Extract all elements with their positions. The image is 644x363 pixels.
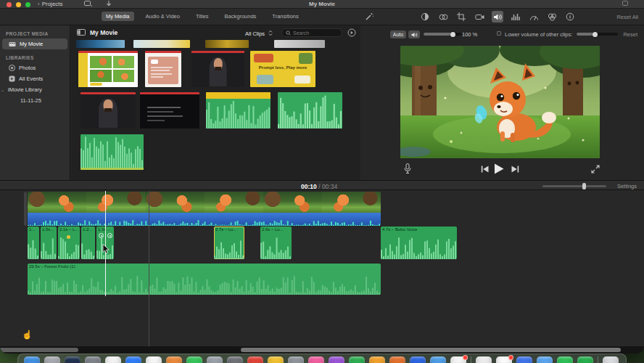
window-options-icon[interactable] [622, 1, 629, 7]
video-track-filmstrip[interactable] [28, 192, 381, 213]
timeline-zoom-slider[interactable] [542, 185, 606, 187]
tab-titles[interactable]: Titles [191, 12, 213, 21]
dock-app-icon-26[interactable] [516, 356, 532, 363]
media-thumbnail-foxpage[interactable] [78, 51, 138, 87]
next-frame-icon[interactable] [511, 166, 519, 173]
previous-frame-icon[interactable] [481, 166, 489, 173]
minimize-window-button[interactable] [16, 2, 21, 7]
audio-clip[interactable]: 1.5s... [41, 227, 57, 259]
media-thumbnail-wave2[interactable] [80, 134, 144, 170]
audio-clip[interactable]: 2.7s – Lu... [214, 227, 244, 259]
dock-app-icon-31[interactable] [603, 356, 619, 363]
color-balance-icon[interactable] [419, 11, 431, 23]
sidebar-item-photos[interactable]: Photos [2, 62, 67, 73]
fullscreen-icon[interactable] [591, 165, 600, 174]
info-icon[interactable] [564, 11, 576, 23]
media-thumbnail-promo[interactable]: Prompt less, Play more [250, 51, 315, 87]
volume-slider[interactable] [424, 33, 461, 36]
volume-slider-knob[interactable] [450, 32, 455, 37]
dock-app-icon-27[interactable] [537, 356, 553, 363]
dock-app-icon-6[interactable] [125, 356, 141, 363]
dock-app-icon-16[interactable] [329, 356, 344, 363]
audio-clip[interactable]: 1.2... [81, 227, 95, 259]
mute-button[interactable] [408, 30, 420, 38]
media-thumbnail-terminal[interactable] [140, 92, 199, 129]
close-window-button[interactable] [7, 2, 12, 7]
media-thumbnail-wave-gold[interactable] [206, 92, 271, 129]
dock-app-icon-2[interactable] [44, 356, 60, 363]
media-thumbnail-note[interactable] [145, 51, 181, 87]
lower-volume-slider-knob[interactable] [593, 32, 598, 37]
timeline-settings-button[interactable]: Settings [617, 183, 637, 189]
auto-volume-button[interactable]: Auto [390, 30, 406, 38]
sidebar-toggle-icon[interactable] [77, 29, 86, 36]
dock-app-icon-11[interactable] [227, 356, 243, 363]
clip-filter-dropdown[interactable]: All Clips [245, 30, 273, 37]
dock-app-icon-24[interactable] [476, 356, 492, 363]
sidebar-item-event-date[interactable]: 11-11-25 [0, 95, 70, 105]
search-input[interactable]: Search [281, 28, 342, 37]
media-thumbnail-webcam[interactable] [191, 51, 244, 87]
audio-clip[interactable]: 2.6s – Lu... [260, 227, 292, 259]
sidebar-item-my-movie[interactable]: My Movie [2, 38, 67, 49]
dock-app-icon-4[interactable] [85, 356, 101, 363]
timeline-zoom-knob[interactable] [582, 183, 586, 189]
dock-app-icon-1[interactable] [24, 356, 40, 363]
dock-app-icon-28[interactable] [557, 356, 573, 363]
dock-app-icon-22[interactable] [450, 356, 466, 363]
dock-app-icon-29[interactable] [577, 356, 593, 363]
volume-icon[interactable] [492, 11, 503, 23]
audio-clip[interactable]: 4.7s – Bobo Voice [381, 227, 457, 259]
media-thumbnail-wave[interactable] [278, 92, 342, 129]
scrollbar-thumb[interactable] [241, 348, 621, 352]
dock-app-icon-5[interactable] [105, 356, 121, 363]
crop-icon[interactable] [455, 11, 467, 23]
tab-transitions[interactable]: Transitions [268, 12, 302, 21]
noise-reduction-icon[interactable] [510, 11, 521, 23]
speed-icon[interactable] [528, 11, 540, 23]
volume-reset-button[interactable]: Reset [623, 31, 637, 38]
sidebar-item-imovie-library[interactable]: ⌄ iMovie Library [2, 84, 67, 95]
download-arrow-icon[interactable] [106, 1, 112, 7]
dock-app-icon-3[interactable] [65, 356, 80, 363]
dock-app-icon-12[interactable] [247, 356, 263, 363]
media-thumbnail-webcam[interactable] [80, 92, 136, 129]
dock-app-icon-7[interactable] [146, 356, 162, 363]
play-button-icon[interactable] [494, 163, 504, 174]
dock-app-icon-13[interactable] [268, 356, 284, 363]
zoom-window-button[interactable] [25, 2, 30, 7]
media-thumbnail-strip-gold[interactable] [205, 40, 249, 48]
continuous-playback-icon[interactable] [347, 28, 356, 37]
dock-app-icon-18[interactable] [369, 356, 385, 363]
audio-clip[interactable]: 2.1s – L... [58, 227, 80, 259]
tab-backgrounds[interactable]: Backgrounds [220, 12, 261, 21]
clip-filter-icon[interactable] [546, 11, 558, 23]
dock-app-icon-10[interactable] [207, 356, 223, 363]
dock-app-icon-21[interactable] [430, 356, 446, 363]
media-thumbnail-strip-blue[interactable] [76, 40, 125, 48]
dock-app-icon-25[interactable] [496, 356, 512, 363]
dock-app-icon-17[interactable] [349, 356, 365, 363]
import-media-icon[interactable] [84, 1, 92, 7]
enhance-magic-wand-icon[interactable] [364, 12, 374, 22]
dock-app-icon-8[interactable] [166, 356, 182, 363]
dock-app-icon-9[interactable] [186, 356, 202, 363]
clip-trim-handle[interactable] [24, 192, 27, 226]
tab-audio-video[interactable]: Audio & Video [141, 12, 184, 21]
back-to-projects-button[interactable]: ‹Projects [38, 1, 63, 7]
color-correction-icon[interactable] [437, 11, 449, 23]
dock-app-icon-20[interactable] [410, 356, 426, 363]
reset-all-button[interactable]: Reset All [616, 14, 638, 20]
scrollbar-left-segment[interactable] [0, 348, 78, 352]
media-thumbnail-strip-light[interactable] [133, 40, 190, 48]
media-thumbnail-strip-people[interactable] [274, 40, 325, 48]
sidebar-item-all-events[interactable]: All Events [2, 73, 67, 84]
lower-volume-checkbox[interactable] [497, 31, 501, 36]
audio-clip[interactable]: 1... [28, 227, 39, 259]
record-voiceover-mic-icon[interactable] [404, 163, 411, 174]
dock-app-icon-15[interactable] [308, 356, 324, 363]
tab-my-media[interactable]: My Media [102, 12, 134, 21]
video-audio-waveform[interactable] [28, 213, 381, 226]
lower-volume-slider[interactable] [577, 33, 618, 36]
dock-app-icon-14[interactable] [288, 356, 304, 363]
